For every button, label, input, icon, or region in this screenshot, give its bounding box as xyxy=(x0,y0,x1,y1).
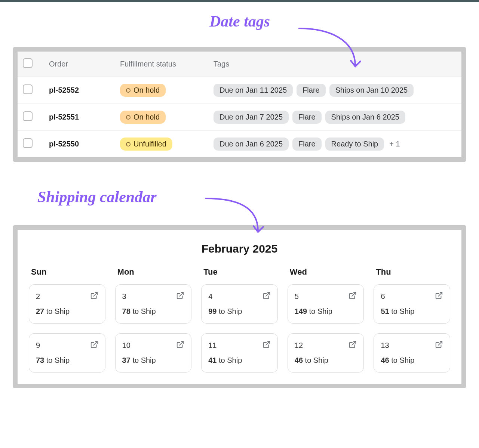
status-label: On hold xyxy=(133,86,160,95)
calendar-day-header: Sun xyxy=(29,267,105,277)
ship-count: 46 to Ship xyxy=(381,356,443,365)
svg-line-3 xyxy=(352,293,356,296)
svg-line-5 xyxy=(93,342,97,345)
ship-count: 46 to Ship xyxy=(295,356,357,365)
table-row[interactable]: pl-52552On holdDue on Jan 11 2025FlareSh… xyxy=(18,77,461,104)
svg-line-2 xyxy=(266,293,270,296)
ship-count: 73 to Ship xyxy=(36,356,98,365)
calendar-cell[interactable]: 651 to Ship xyxy=(374,284,450,324)
calendar-cell[interactable]: 5149 to Ship xyxy=(288,284,364,324)
order-id[interactable]: pl-52550 xyxy=(49,140,120,148)
calendar-date: 13 xyxy=(381,341,389,350)
status-label: Unfulfilled xyxy=(133,140,166,148)
svg-line-7 xyxy=(266,342,270,345)
tag-pill[interactable]: Due on Jan 6 2025 xyxy=(214,138,289,151)
orders-table-header: Order Fulfillment status Tags xyxy=(18,52,461,77)
tag-pill[interactable]: Ships on Jan 6 2025 xyxy=(325,111,405,124)
calendar-date: 12 xyxy=(295,341,303,350)
svg-line-6 xyxy=(179,342,183,345)
select-all-checkbox[interactable] xyxy=(23,58,33,68)
ship-count: 41 to Ship xyxy=(208,356,271,365)
calendar-day-header: Mon xyxy=(115,267,192,277)
status-circle-icon xyxy=(126,115,131,120)
ship-count: 99 to Ship xyxy=(208,307,271,316)
calendar-cell[interactable]: 1346 to Ship xyxy=(374,333,450,373)
tag-pill[interactable]: Due on Jan 7 2025 xyxy=(214,111,289,124)
svg-line-4 xyxy=(438,293,442,296)
calendar-date: 4 xyxy=(208,292,212,301)
ship-count: 37 to Ship xyxy=(122,356,185,365)
row-checkbox[interactable] xyxy=(23,138,33,148)
status-label: On hold xyxy=(133,113,160,121)
external-link-icon[interactable] xyxy=(435,340,443,350)
ship-count: 51 to Ship xyxy=(381,307,443,316)
external-link-icon[interactable] xyxy=(262,340,271,350)
status-circle-icon xyxy=(126,88,131,93)
column-header-fulfillment: Fulfillment status xyxy=(120,60,214,68)
annotation-date-tags: Date tags xyxy=(209,13,270,29)
calendar-cell[interactable]: 1037 to Ship xyxy=(115,333,192,373)
external-link-icon[interactable] xyxy=(348,340,357,350)
status-badge: On hold xyxy=(120,111,166,124)
calendar-date: 10 xyxy=(122,341,131,350)
svg-line-9 xyxy=(438,342,442,345)
ship-count: 27 to Ship xyxy=(36,307,98,316)
calendar-title: February 2025 xyxy=(29,242,450,255)
calendar-date: 5 xyxy=(295,292,299,301)
tag-pill[interactable]: Ships on Jan 10 2025 xyxy=(329,84,414,97)
svg-line-1 xyxy=(179,293,183,296)
calendar-cell[interactable]: 973 to Ship xyxy=(29,333,105,373)
calendar-day-header: Tue xyxy=(201,267,278,277)
order-id[interactable]: pl-52552 xyxy=(49,86,120,95)
calendar-cell[interactable]: 499 to Ship xyxy=(201,284,278,324)
tags-cell: Due on Jan 6 2025FlareReady to Ship+ 1 xyxy=(214,138,456,151)
status-badge: Unfulfilled xyxy=(120,138,172,151)
external-link-icon[interactable] xyxy=(90,291,98,301)
calendar-date: 6 xyxy=(381,292,385,301)
ship-count: 149 to Ship xyxy=(295,307,357,316)
table-row[interactable]: pl-52550UnfulfilledDue on Jan 6 2025Flar… xyxy=(18,131,461,157)
tag-pill[interactable]: Flare xyxy=(292,138,322,151)
svg-line-0 xyxy=(93,293,97,296)
more-tags-count[interactable]: + 1 xyxy=(388,140,400,148)
calendar-date: 9 xyxy=(36,341,40,350)
annotation-arrow-icon xyxy=(202,187,277,240)
calendar-date: 11 xyxy=(208,341,217,350)
tags-cell: Due on Jan 11 2025FlareShips on Jan 10 2… xyxy=(214,84,456,97)
tag-pill[interactable]: Flare xyxy=(297,84,326,97)
calendar-day-header: Thu xyxy=(374,267,450,277)
status-badge: On hold xyxy=(120,84,166,97)
annotation-shipping-calendar: Shipping calendar xyxy=(37,189,157,205)
calendar-cell[interactable]: 378 to Ship xyxy=(115,284,192,324)
calendar-cell[interactable]: 1246 to Ship xyxy=(288,333,364,373)
external-link-icon[interactable] xyxy=(262,291,271,301)
tag-pill[interactable]: Flare xyxy=(292,111,322,124)
svg-line-8 xyxy=(352,342,356,345)
calendar-cell[interactable]: 1141 to Ship xyxy=(201,333,278,373)
external-link-icon[interactable] xyxy=(176,340,184,350)
annotation-arrow-icon xyxy=(295,21,370,73)
external-link-icon[interactable] xyxy=(348,291,357,301)
row-checkbox[interactable] xyxy=(23,84,33,94)
tag-pill[interactable]: Ready to Ship xyxy=(325,138,384,151)
external-link-icon[interactable] xyxy=(176,291,184,301)
calendar-panel: February 2025 SunMonTueWedThu 227 to Shi… xyxy=(13,225,466,388)
calendar-date: 3 xyxy=(122,292,126,301)
calendar-day-header: Wed xyxy=(288,267,364,277)
external-link-icon[interactable] xyxy=(435,291,443,301)
status-circle-icon xyxy=(126,142,131,146)
orders-panel: Order Fulfillment status Tags pl-52552On… xyxy=(13,47,466,162)
calendar-cell[interactable]: 227 to Ship xyxy=(29,284,105,324)
table-row[interactable]: pl-52551On holdDue on Jan 7 2025FlareShi… xyxy=(18,104,461,131)
calendar-date: 2 xyxy=(36,292,40,301)
tag-pill[interactable]: Due on Jan 11 2025 xyxy=(214,84,293,97)
column-header-order: Order xyxy=(49,60,120,68)
row-checkbox[interactable] xyxy=(23,111,33,121)
tags-cell: Due on Jan 7 2025FlareShips on Jan 6 202… xyxy=(214,111,456,124)
order-id[interactable]: pl-52551 xyxy=(49,113,120,121)
external-link-icon[interactable] xyxy=(90,340,98,350)
ship-count: 78 to Ship xyxy=(122,307,185,316)
